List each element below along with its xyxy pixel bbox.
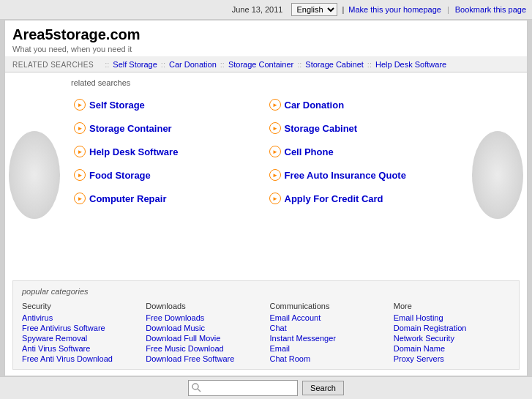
link-storage-cabinet[interactable]: Storage Cabinet xyxy=(285,123,358,134)
link-chat-room[interactable]: Chat Room xyxy=(270,354,386,363)
link-domain-registration[interactable]: Domain Registration xyxy=(394,324,510,332)
left-decoration xyxy=(5,72,64,277)
search-item-credit-card: ► Apply For Credit Card xyxy=(266,187,462,210)
popular-col-more: More Email Hosting Domain Registration N… xyxy=(394,302,510,363)
search-item-help-desk: ► Help Desk Software xyxy=(71,140,266,163)
arrow-icon-8: ► xyxy=(269,169,281,181)
link-download-software[interactable]: Download Free Software xyxy=(146,354,262,363)
col-title-security: Security xyxy=(22,302,138,310)
link-download-music[interactable]: Download Music xyxy=(146,324,262,332)
popular-col-downloads: Downloads Free Downloads Download Music … xyxy=(146,302,262,363)
right-decoration xyxy=(468,72,527,277)
nav-sep-2: :: xyxy=(161,60,165,69)
link-auto-insurance[interactable]: Free Auto Insurance Quote xyxy=(285,170,406,181)
popular-col-communications: Communications Email Account Chat Instan… xyxy=(270,302,386,363)
circle-shape-right xyxy=(472,131,523,219)
arrow-icon-2: ► xyxy=(269,99,281,111)
link-food-storage[interactable]: Food Storage xyxy=(89,170,151,181)
col-title-downloads: Downloads xyxy=(146,302,262,310)
col-title-communications: Communications xyxy=(270,302,386,310)
link-antivirus[interactable]: Antivirus xyxy=(22,313,138,322)
link-domain-name[interactable]: Domain Name xyxy=(394,344,510,353)
top-links: Make this your homepage | Bookmark this … xyxy=(348,5,526,14)
arrow-icon-3: ► xyxy=(74,122,86,134)
link-free-downloads[interactable]: Free Downloads xyxy=(146,313,262,322)
nav-link-storage-cabinet[interactable]: Storage Cabinet xyxy=(305,60,364,69)
popular-grid: Security Antivirus Free Antivirus Softwa… xyxy=(22,302,510,363)
bookmark-link[interactable]: Bookmark this page xyxy=(455,5,526,14)
nav-link-car-donation[interactable]: Car Donation xyxy=(169,60,217,69)
top-bar: June 13, 2011 English | Make this your h… xyxy=(0,0,532,20)
nav-sep-5: :: xyxy=(367,60,372,69)
search-item-self-storage: ► Self Storage xyxy=(71,93,266,116)
nav-sep-3: :: xyxy=(220,60,225,69)
popular-col-security: Security Antivirus Free Antivirus Softwa… xyxy=(22,302,138,363)
arrow-icon-9: ► xyxy=(74,193,86,204)
search-links-grid: ► Self Storage ► Car Donation ► Storage … xyxy=(71,93,461,210)
nav-link-help-desk[interactable]: Help Desk Software xyxy=(375,60,446,69)
site-title: Area5storage.com xyxy=(12,26,520,43)
search-item-car-donation: ► Car Donation xyxy=(266,93,462,116)
circle-shape xyxy=(9,131,60,219)
link-free-music[interactable]: Free Music Download xyxy=(146,344,262,353)
nav-link-self-storage[interactable]: Self Storage xyxy=(113,60,157,69)
popular-label: popular categories xyxy=(22,287,510,296)
link-credit-card[interactable]: Apply For Credit Card xyxy=(285,193,383,204)
col-links-communications: Email Account Chat Instant Messenger Ema… xyxy=(270,313,386,363)
link-instant-messenger[interactable]: Instant Messenger xyxy=(270,334,386,343)
link-storage-container[interactable]: Storage Container xyxy=(89,123,172,134)
search-item-computer-repair: ► Computer Repair xyxy=(71,187,266,210)
link-free-antivirus[interactable]: Free Antivirus Software xyxy=(22,324,138,332)
col-links-more: Email Hosting Domain Registration Networ… xyxy=(394,313,510,363)
header-section: Area5storage.com What you need, when you… xyxy=(5,20,527,57)
arrow-icon-10: ► xyxy=(269,193,281,204)
link-self-storage[interactable]: Self Storage xyxy=(89,100,145,111)
link-spyware[interactable]: Spyware Removal xyxy=(22,334,138,343)
link-email-hosting[interactable]: Email Hosting xyxy=(394,313,510,322)
related-searches-label: related searches xyxy=(71,78,461,87)
search-button[interactable]: Search xyxy=(302,381,344,395)
link-proxy-servers[interactable]: Proxy Servers xyxy=(394,354,510,363)
nav-sep-4: :: xyxy=(297,60,301,69)
link-antivirus-software[interactable]: Anti Virus Software xyxy=(22,344,138,353)
arrow-icon-6: ► xyxy=(269,146,281,157)
arrow-icon-5: ► xyxy=(74,146,86,157)
search-item-food-storage: ► Food Storage xyxy=(71,163,266,187)
nav-bar: RELATED SEARCHES :: Self Storage :: Car … xyxy=(5,57,527,72)
link-help-desk[interactable]: Help Desk Software xyxy=(89,146,178,157)
col-links-downloads: Free Downloads Download Music Download F… xyxy=(146,313,262,363)
arrow-icon-4: ► xyxy=(269,122,281,134)
search-item-storage-container: ► Storage Container xyxy=(71,116,266,140)
date-label: June 13, 2011 xyxy=(232,5,283,14)
link-email-account[interactable]: Email Account xyxy=(270,313,386,322)
search-item-storage-cabinet: ► Storage Cabinet xyxy=(266,116,462,140)
link-car-donation[interactable]: Car Donation xyxy=(285,100,345,111)
content-area: related searches ► Self Storage ► Car Do… xyxy=(5,72,527,277)
homepage-link[interactable]: Make this your homepage xyxy=(348,5,441,14)
language-select[interactable]: English xyxy=(291,3,337,16)
col-links-security: Antivirus Free Antivirus Software Spywar… xyxy=(22,313,138,363)
nav-sep-1: :: xyxy=(105,60,109,69)
arrow-icon-1: ► xyxy=(74,99,86,111)
bottom-bar: Search xyxy=(0,376,532,399)
link-email[interactable]: Email xyxy=(270,344,386,353)
search-item-auto-insurance: ► Free Auto Insurance Quote xyxy=(266,163,462,187)
link-download-movie[interactable]: Download Full Movie xyxy=(146,334,262,343)
site-subtitle: What you need, when you need it xyxy=(12,45,520,53)
search-item-cell-phone: ► Cell Phone xyxy=(266,140,462,163)
link-network-security[interactable]: Network Security xyxy=(394,334,510,343)
col-title-more: More xyxy=(394,302,510,310)
search-input[interactable] xyxy=(188,380,298,396)
link-computer-repair[interactable]: Computer Repair xyxy=(89,193,166,204)
link-free-antivirus-download[interactable]: Free Anti Virus Download xyxy=(22,354,138,363)
link-chat[interactable]: Chat xyxy=(270,324,386,332)
arrow-icon-7: ► xyxy=(74,169,86,181)
main-content: Area5storage.com What you need, when you… xyxy=(4,20,528,376)
link-cell-phone[interactable]: Cell Phone xyxy=(285,146,334,157)
separator: | xyxy=(342,5,344,14)
search-section: related searches ► Self Storage ► Car Do… xyxy=(64,72,468,277)
nav-label: RELATED SEARCHES xyxy=(12,61,94,69)
nav-link-storage-container[interactable]: Storage Container xyxy=(228,60,293,69)
link-separator: | xyxy=(447,5,449,14)
popular-section: popular categories Security Antivirus Fr… xyxy=(12,280,520,370)
